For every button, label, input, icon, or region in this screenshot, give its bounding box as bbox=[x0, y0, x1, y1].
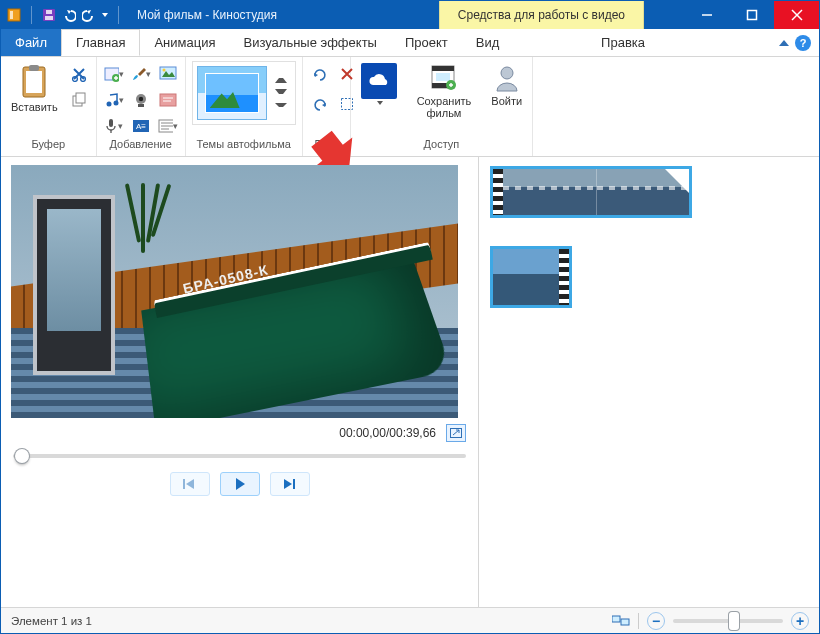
timeline-clip-2[interactable] bbox=[491, 247, 571, 307]
automovie-theme-gallery[interactable] bbox=[192, 61, 296, 125]
save-icon[interactable] bbox=[42, 8, 56, 22]
minimize-button[interactable] bbox=[684, 1, 729, 29]
svg-rect-0 bbox=[8, 9, 20, 21]
rotate-left-icon[interactable] bbox=[309, 63, 331, 85]
add-photo-icon[interactable] bbox=[157, 63, 179, 85]
svg-text:A≡: A≡ bbox=[136, 122, 146, 131]
content-area: БРА-0508-К 00:00,00/00:39,66 bbox=[1, 157, 819, 607]
svg-point-19 bbox=[162, 69, 165, 72]
title-icon[interactable] bbox=[157, 89, 179, 111]
quick-access-toolbar bbox=[1, 1, 129, 29]
cut-icon[interactable] bbox=[68, 63, 90, 85]
svg-rect-10 bbox=[26, 71, 42, 93]
play-button[interactable] bbox=[220, 472, 260, 496]
svg-rect-1 bbox=[10, 11, 13, 19]
tab-home[interactable]: Главная bbox=[61, 29, 140, 56]
svg-point-21 bbox=[113, 101, 118, 106]
app-window: Мой фильм - Киностудия Средства для рабо… bbox=[0, 0, 820, 634]
film-sprocket-icon bbox=[493, 169, 503, 215]
status-bar: Элемент 1 из 1 − + bbox=[1, 607, 819, 633]
save-movie-icon bbox=[429, 63, 459, 93]
gallery-down-icon[interactable] bbox=[275, 89, 287, 97]
prev-frame-button[interactable] bbox=[170, 472, 210, 496]
ribbon-collapse-icon[interactable] bbox=[779, 40, 789, 46]
svg-rect-28 bbox=[109, 119, 113, 127]
preview-time-row: 00:00,00/00:39,66 bbox=[11, 418, 468, 448]
zoom-slider[interactable] bbox=[673, 619, 783, 623]
context-tab-label: Средства для работы с видео bbox=[439, 1, 644, 29]
caption-icon[interactable]: A≡ bbox=[130, 115, 152, 137]
tab-file[interactable]: Файл bbox=[1, 29, 61, 56]
zoom-in-button[interactable]: + bbox=[791, 612, 809, 630]
svg-point-42 bbox=[501, 67, 513, 79]
svg-rect-48 bbox=[183, 479, 185, 489]
svg-rect-4 bbox=[46, 10, 52, 14]
clipboard-icon bbox=[19, 63, 49, 99]
timeline-clip-1[interactable] bbox=[491, 167, 691, 217]
zoom-out-button[interactable]: − bbox=[647, 612, 665, 630]
seek-slider[interactable] bbox=[11, 448, 468, 472]
brush-icon[interactable]: ▾ bbox=[130, 63, 152, 85]
tab-view[interactable]: Вид bbox=[462, 29, 514, 56]
svg-rect-38 bbox=[432, 66, 454, 71]
ribbon-group-buffer: Вставить Буфер bbox=[1, 57, 97, 156]
preview-player[interactable]: БРА-0508-К bbox=[11, 165, 458, 418]
gallery-up-icon[interactable] bbox=[275, 75, 287, 83]
app-icon bbox=[7, 8, 21, 22]
zoom-control: − + bbox=[647, 612, 809, 630]
close-button[interactable] bbox=[774, 1, 819, 29]
svg-rect-50 bbox=[612, 616, 620, 622]
next-frame-button[interactable] bbox=[270, 472, 310, 496]
svg-rect-51 bbox=[621, 619, 629, 625]
svg-rect-25 bbox=[160, 94, 176, 106]
ribbon-group-edit: Пр... bbox=[303, 57, 351, 156]
titlebar: Мой фильм - Киностудия Средства для рабо… bbox=[1, 1, 819, 29]
svg-point-20 bbox=[106, 102, 111, 107]
timeline-pane[interactable] bbox=[479, 157, 819, 607]
add-music-icon[interactable]: ▾ bbox=[103, 89, 125, 111]
onedrive-button[interactable] bbox=[357, 61, 401, 107]
save-movie-button[interactable]: Сохранить фильм bbox=[413, 61, 476, 121]
ribbon-group-add: ▾ ▾ ▾ ▾ A≡ ▾ Добавление bbox=[97, 57, 186, 156]
maximize-button[interactable] bbox=[729, 1, 774, 29]
signin-button[interactable]: Войти bbox=[487, 61, 526, 109]
signin-icon bbox=[492, 63, 522, 93]
view-thumbnails-icon[interactable] bbox=[612, 613, 630, 629]
svg-rect-15 bbox=[76, 93, 85, 103]
undo-icon[interactable] bbox=[62, 8, 76, 22]
fullscreen-button[interactable] bbox=[446, 424, 466, 442]
time-display: 00:00,00/00:39,66 bbox=[339, 426, 436, 440]
mic-icon[interactable]: ▾ bbox=[103, 115, 125, 137]
help-icon[interactable]: ? bbox=[795, 35, 811, 51]
window-controls bbox=[684, 1, 819, 29]
film-sprocket-icon bbox=[559, 249, 569, 305]
add-video-icon[interactable]: ▾ bbox=[103, 63, 125, 85]
status-item-count: Элемент 1 из 1 bbox=[11, 615, 92, 627]
dropdown-icon bbox=[377, 101, 383, 105]
paste-button[interactable]: Вставить bbox=[7, 61, 62, 115]
copy-icon[interactable] bbox=[68, 89, 90, 111]
theme-thumbnail bbox=[197, 66, 267, 120]
svg-rect-11 bbox=[29, 65, 39, 71]
svg-rect-24 bbox=[138, 104, 144, 107]
credits-icon[interactable]: ▾ bbox=[157, 115, 179, 137]
qat-dropdown-icon[interactable] bbox=[102, 13, 108, 17]
tab-project[interactable]: Проект bbox=[391, 29, 462, 56]
onedrive-icon bbox=[361, 63, 397, 99]
svg-rect-18 bbox=[160, 67, 176, 79]
gallery-more-icon[interactable] bbox=[275, 103, 287, 111]
tab-edit[interactable]: Правка bbox=[587, 29, 659, 56]
tab-animation[interactable]: Анимация bbox=[140, 29, 229, 56]
ribbon-group-themes: Темы автофильма bbox=[186, 57, 303, 156]
ribbon-tabs: Файл Главная Анимация Визуальные эффекты… bbox=[1, 29, 819, 57]
svg-point-23 bbox=[138, 97, 142, 101]
webcam-icon[interactable] bbox=[130, 89, 152, 111]
redo-icon[interactable] bbox=[82, 8, 96, 22]
svg-rect-6 bbox=[747, 11, 756, 20]
transport-controls bbox=[11, 472, 468, 496]
rotate-right-icon[interactable] bbox=[309, 93, 331, 115]
tabstrip-right: ? bbox=[779, 29, 819, 56]
tab-effects[interactable]: Визуальные эффекты bbox=[229, 29, 390, 56]
window-title: Мой фильм - Киностудия bbox=[129, 1, 439, 29]
svg-rect-40 bbox=[436, 73, 450, 81]
